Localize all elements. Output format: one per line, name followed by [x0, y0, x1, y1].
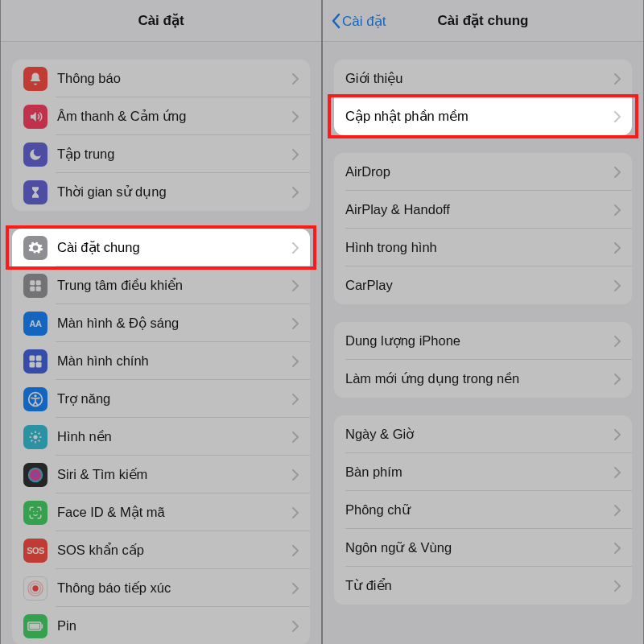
- svg-point-12: [33, 510, 35, 512]
- row-label: Thông báo tiếp xúc: [57, 580, 287, 596]
- settings-row[interactable]: Thời gian sử dụng: [12, 173, 310, 211]
- settings-row[interactable]: AirDrop: [334, 153, 632, 191]
- settings-row[interactable]: Siri & Tìm kiếm: [12, 456, 310, 493]
- settings-row[interactable]: Phông chữ: [334, 491, 632, 529]
- chevron-right-icon: [614, 111, 621, 122]
- settings-row[interactable]: Trung tâm điều khiển: [12, 266, 310, 304]
- row-label: AirPlay & Handoff: [345, 202, 609, 217]
- hourglass-icon: [23, 180, 47, 204]
- row-label: Bàn phím: [345, 464, 609, 480]
- sound-icon: [23, 105, 47, 129]
- svg-point-14: [32, 585, 38, 591]
- chevron-right-icon: [292, 73, 299, 85]
- chevron-right-icon: [614, 467, 621, 478]
- chevron-right-icon: [614, 429, 621, 440]
- row-label: Từ điển: [345, 578, 609, 593]
- right-general-panel: Cài đặt Cài đặt chung Giới thiệuCập nhật…: [322, 0, 644, 644]
- row-label: AirDrop: [345, 164, 609, 180]
- settings-row[interactable]: Trợ năng: [12, 380, 310, 418]
- settings-row[interactable]: Ngày & Giờ: [334, 415, 632, 453]
- svg-rect-7: [36, 361, 42, 367]
- svg-rect-19: [30, 623, 40, 629]
- row-label: Giới thiệu: [345, 71, 609, 86]
- chevron-right-icon: [292, 507, 299, 518]
- svg-point-9: [34, 394, 36, 397]
- settings-row[interactable]: SOSSOS khẩn cấp: [12, 531, 310, 569]
- settings-row[interactable]: Pin: [12, 607, 310, 644]
- row-label: Ngôn ngữ & Vùng: [345, 540, 609, 555]
- back-button[interactable]: Cài đặt: [331, 0, 386, 42]
- settings-row[interactable]: Cài đặt chung: [12, 229, 310, 266]
- settings-group: AirDropAirPlay & HandoffHình trong hìnhC…: [334, 153, 632, 304]
- row-label: Làm mới ứng dụng trong nền: [345, 371, 609, 386]
- row-label: SOS khẩn cấp: [57, 543, 287, 558]
- home-screen-icon: [23, 349, 47, 374]
- svg-rect-0: [30, 280, 35, 285]
- svg-rect-18: [42, 624, 43, 628]
- settings-row[interactable]: Dung lượng iPhone: [334, 322, 632, 360]
- right-content: Giới thiệuCập nhật phần mềmAirDropAirPla…: [323, 42, 643, 644]
- settings-group: Cài đặt chungTrung tâm điều khiểnAAMàn h…: [12, 229, 310, 644]
- chevron-right-icon: [614, 73, 621, 85]
- settings-row[interactable]: AAMàn hình & Độ sáng: [12, 304, 310, 342]
- svg-point-11: [28, 467, 43, 481]
- chevron-right-icon: [614, 580, 621, 592]
- row-label: Hình nền: [57, 429, 287, 444]
- settings-row[interactable]: Âm thanh & Cảm ứng: [12, 97, 310, 135]
- svg-rect-2: [30, 286, 35, 291]
- chevron-left-icon: [331, 13, 341, 29]
- bell-icon: [23, 67, 47, 91]
- sos-icon: SOS: [23, 539, 47, 563]
- left-content: Thông báoÂm thanh & Cảm ứngTập trungThời…: [1, 42, 321, 644]
- right-header: Cài đặt Cài đặt chung: [323, 0, 643, 42]
- settings-row[interactable]: Làm mới ứng dụng trong nền: [334, 360, 632, 398]
- settings-row[interactable]: Ngôn ngữ & Vùng: [334, 529, 632, 567]
- settings-row[interactable]: Face ID & Mật mã: [12, 493, 310, 531]
- row-label: Siri & Tìm kiếm: [57, 467, 287, 482]
- settings-row[interactable]: CarPlay: [334, 266, 632, 304]
- chevron-right-icon: [614, 505, 621, 516]
- chevron-right-icon: [292, 149, 299, 160]
- chevron-right-icon: [614, 336, 621, 347]
- settings-row[interactable]: AirPlay & Handoff: [334, 191, 632, 229]
- settings-row[interactable]: Hình trong hình: [334, 229, 632, 266]
- settings-row[interactable]: Tập trung: [12, 135, 310, 173]
- left-header: Cài đặt: [1, 0, 321, 42]
- svg-rect-3: [36, 286, 41, 291]
- settings-row[interactable]: Cập nhật phần mềm: [334, 97, 632, 135]
- settings-row[interactable]: Từ điển: [334, 567, 632, 605]
- row-label: Thông báo: [57, 71, 287, 86]
- settings-row[interactable]: Thông báo: [12, 60, 310, 97]
- chevron-right-icon: [292, 394, 299, 405]
- svg-rect-5: [36, 355, 42, 361]
- chevron-right-icon: [292, 242, 299, 254]
- chevron-right-icon: [292, 431, 299, 443]
- settings-row[interactable]: Thông báo tiếp xúc: [12, 569, 310, 607]
- accessibility-icon: [23, 387, 47, 411]
- gear-icon: [23, 236, 47, 260]
- settings-row[interactable]: Giới thiệu: [334, 60, 632, 97]
- chevron-right-icon: [292, 187, 299, 198]
- row-label: Màn hình chính: [57, 353, 287, 369]
- row-label: Face ID & Mật mã: [57, 505, 287, 520]
- svg-rect-1: [36, 280, 41, 285]
- row-label: CarPlay: [345, 278, 609, 293]
- settings-group: Thông báoÂm thanh & Cảm ứngTập trungThời…: [12, 60, 310, 211]
- exposure-icon: [23, 576, 47, 601]
- settings-group: Giới thiệuCập nhật phần mềm: [334, 60, 632, 135]
- settings-row[interactable]: Màn hình chính: [12, 342, 310, 380]
- chevron-right-icon: [292, 318, 299, 329]
- svg-rect-4: [30, 355, 35, 361]
- settings-row[interactable]: Hình nền: [12, 418, 310, 456]
- chevron-right-icon: [292, 111, 299, 122]
- chevron-right-icon: [292, 583, 299, 594]
- chevron-right-icon: [614, 280, 621, 291]
- faceid-icon: [23, 501, 47, 525]
- row-label: Hình trong hình: [345, 240, 609, 255]
- chevron-right-icon: [292, 545, 299, 556]
- battery-icon: [23, 614, 47, 638]
- display-icon: AA: [23, 312, 47, 336]
- row-label: Cài đặt chung: [57, 240, 287, 255]
- settings-group: Dung lượng iPhoneLàm mới ứng dụng trong …: [334, 322, 632, 398]
- settings-row[interactable]: Bàn phím: [334, 453, 632, 491]
